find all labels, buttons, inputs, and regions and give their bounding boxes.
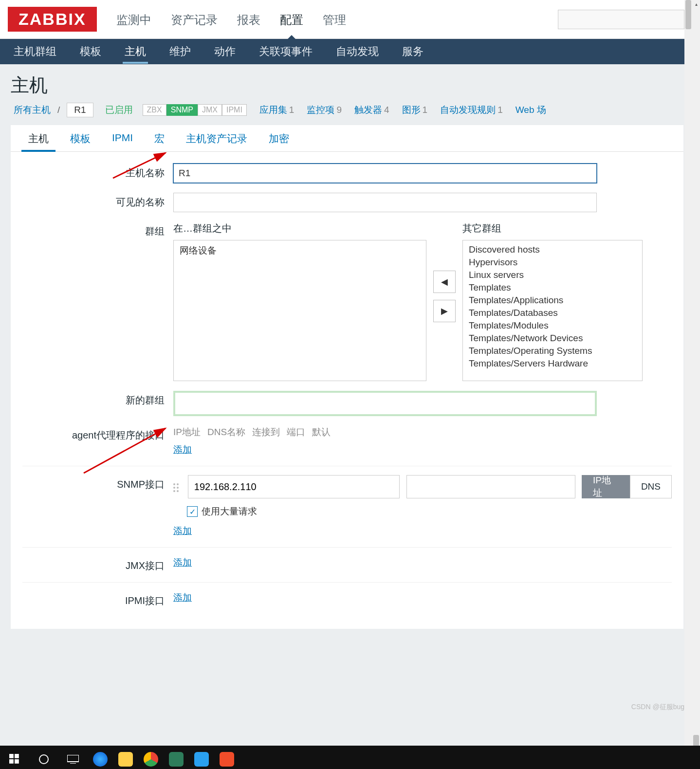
- snmp-ip-input[interactable]: [188, 475, 400, 498]
- visible-name-input[interactable]: [173, 193, 597, 212]
- taskbar-app-explorer[interactable]: [113, 746, 138, 769]
- list-item[interactable]: Templates/Operating Systems: [463, 345, 642, 357]
- ifh-dns: DNS名称: [207, 426, 245, 439]
- in-groups-listbox[interactable]: 网络设备: [173, 240, 426, 381]
- top-bar: ZABBIX 监测中 资产记录 报表 配置 管理: [0, 0, 694, 39]
- search-input[interactable]: [558, 10, 684, 29]
- new-group-input[interactable]: [173, 391, 597, 416]
- bulk-checkbox-label: 使用大量请求: [202, 505, 257, 518]
- taskbar-app-chrome[interactable]: [138, 746, 164, 769]
- tab-templates[interactable]: 模板: [59, 125, 101, 151]
- tab-host[interactable]: 主机: [18, 125, 59, 151]
- svg-rect-4: [9, 759, 14, 764]
- move-left-button[interactable]: ◀: [433, 271, 456, 293]
- move-right-button[interactable]: ▶: [433, 300, 456, 322]
- subnav-discovery[interactable]: 自动发现: [324, 38, 390, 65]
- badge-ipmi: IPMI: [222, 104, 247, 116]
- connect-toggle: IP地址 DNS: [582, 475, 672, 498]
- list-item[interactable]: Templates/Modules: [463, 319, 642, 332]
- start-button[interactable]: [0, 746, 29, 769]
- sub-nav: 主机群组 模板 主机 维护 动作 关联项事件 自动发现 服务: [0, 39, 694, 64]
- list-item[interactable]: Discovered hosts: [463, 243, 642, 256]
- host-form: 主机名称 可见的名称 群组: [11, 152, 683, 629]
- ifh-default: 默认: [312, 426, 331, 439]
- subnav-templates[interactable]: 模板: [68, 38, 113, 65]
- ipmi-add-link[interactable]: 添加: [173, 592, 192, 603]
- jmx-interface-label: JMX接口: [22, 556, 173, 572]
- badge-jmx: JMX: [198, 104, 222, 116]
- chevron-up-icon[interactable]: ▴: [692, 0, 700, 8]
- groups-label: 群组: [22, 222, 173, 238]
- outer-vertical-scrollbar[interactable]: ▴ ▾: [692, 0, 700, 769]
- drag-handle-icon[interactable]: [173, 481, 181, 492]
- svg-rect-6: [67, 755, 79, 762]
- host-name-input[interactable]: [173, 164, 597, 183]
- jmx-add-link[interactable]: 添加: [173, 557, 192, 568]
- taskbar-app-generic2[interactable]: [189, 746, 214, 769]
- badge-snmp: SNMP: [166, 104, 198, 116]
- top-menu: 监测中 资产记录 报表 配置 管理: [107, 0, 558, 40]
- topmenu-admin[interactable]: 管理: [313, 0, 356, 40]
- list-item[interactable]: Templates/Databases: [463, 307, 642, 319]
- list-item[interactable]: Linux servers: [463, 269, 642, 281]
- connect-ip-button[interactable]: IP地址: [582, 475, 630, 498]
- topmenu-config[interactable]: 配置: [270, 0, 313, 40]
- counter-items[interactable]: 监控项9: [307, 104, 342, 116]
- breadcrumb-host[interactable]: R1: [67, 103, 93, 117]
- tab-encryption[interactable]: 加密: [258, 125, 300, 151]
- breadcrumb-all-hosts[interactable]: 所有主机: [14, 104, 51, 116]
- snmp-dns-input[interactable]: [406, 475, 575, 498]
- taskbar-app-edge[interactable]: [88, 746, 113, 769]
- list-item[interactable]: Hypervisors: [463, 256, 642, 269]
- counter-applications[interactable]: 应用集1: [259, 104, 295, 116]
- svg-rect-2: [9, 754, 14, 758]
- subnav-actions[interactable]: 动作: [203, 38, 247, 65]
- taskbar: [0, 746, 700, 769]
- topmenu-reports[interactable]: 报表: [227, 0, 270, 40]
- badge-zbx: ZBX: [143, 104, 166, 116]
- subnav-correlation[interactable]: 关联项事件: [247, 38, 324, 65]
- page-title: 主机: [0, 64, 694, 103]
- connect-dns-button[interactable]: DNS: [630, 475, 672, 498]
- watermark: CSDN @征服bug: [631, 703, 684, 712]
- page: 主机 所有主机 / R1 已启用 ZBX SNMP JMX IPMI 应用集1 …: [0, 64, 694, 746]
- tab-macros[interactable]: 宏: [144, 125, 175, 151]
- host-form-card: 主机 模板 IPMI 宏 主机资产记录 加密: [11, 125, 683, 629]
- list-item[interactable]: Templates/Applications: [463, 294, 642, 307]
- tab-inventory[interactable]: 主机资产记录: [175, 125, 258, 151]
- subnav-hosts[interactable]: 主机: [113, 38, 158, 65]
- list-item[interactable]: 网络设备: [174, 243, 426, 258]
- svg-rect-5: [15, 759, 19, 764]
- other-groups-listbox[interactable]: Discovered hosts Hypervisors Linux serve…: [462, 240, 643, 381]
- counter-graphs[interactable]: 图形1: [402, 104, 428, 116]
- taskbar-app-generic3[interactable]: [214, 746, 239, 769]
- ipmi-interface-label: IPMI接口: [22, 591, 173, 607]
- interface-table-header: IP地址 DNS名称 连接到 端口 默认: [173, 426, 672, 439]
- topmenu-monitoring[interactable]: 监测中: [107, 0, 161, 40]
- counter-triggers[interactable]: 触发器4: [354, 104, 389, 116]
- topmenu-inventory[interactable]: 资产记录: [161, 0, 227, 40]
- subnav-hostgroups[interactable]: 主机群组: [2, 38, 68, 65]
- ifh-ip: IP地址: [173, 426, 201, 439]
- counter-web[interactable]: Web 场: [516, 104, 546, 116]
- inner-vertical-scrollbar[interactable]: [684, 0, 692, 769]
- search-icon[interactable]: [29, 746, 58, 769]
- list-item[interactable]: Templates/Servers Hardware: [463, 357, 642, 370]
- breadcrumb-sep: /: [57, 105, 60, 115]
- brand-logo: ZABBIX: [8, 7, 97, 32]
- counter-discovery[interactable]: 自动发现规则1: [440, 104, 503, 116]
- snmp-add-link[interactable]: 添加: [173, 526, 192, 536]
- ifh-port: 端口: [287, 426, 305, 439]
- subnav-services[interactable]: 服务: [390, 38, 435, 65]
- list-item[interactable]: Templates: [463, 281, 642, 294]
- visible-name-label: 可见的名称: [22, 193, 173, 209]
- host-name-label: 主机名称: [22, 164, 173, 180]
- agent-add-link[interactable]: 添加: [173, 444, 192, 455]
- tabs: 主机 模板 IPMI 宏 主机资产记录 加密: [11, 125, 683, 152]
- subnav-maintenance[interactable]: 维护: [158, 38, 203, 65]
- tab-ipmi[interactable]: IPMI: [101, 125, 144, 151]
- list-item[interactable]: Templates/Network Devices: [463, 332, 642, 345]
- taskbar-app-generic1[interactable]: [164, 746, 189, 769]
- taskview-icon[interactable]: [58, 746, 88, 769]
- bulk-checkbox[interactable]: ✓: [187, 506, 198, 517]
